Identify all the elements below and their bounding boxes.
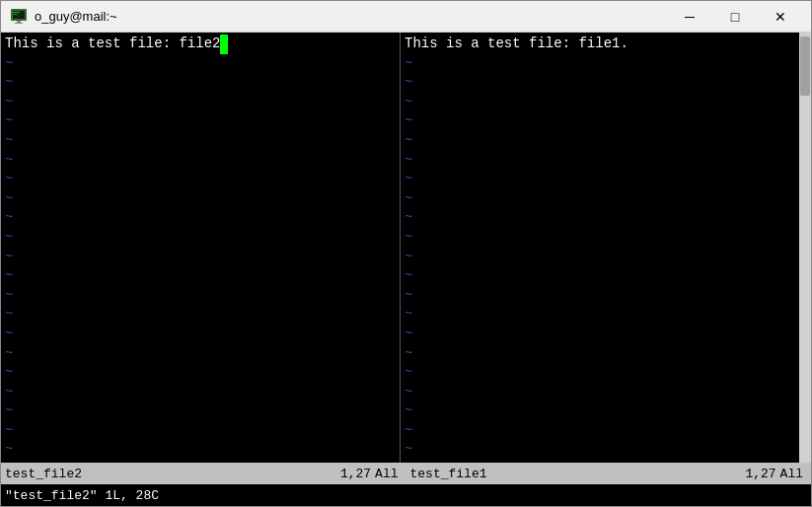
tilde-line: ~ (405, 286, 795, 306)
tilde-line: ~ (5, 151, 396, 171)
tilde-line: ~ (5, 73, 396, 93)
tilde-line: ~ (5, 363, 396, 383)
tilde-line: ~ (5, 305, 396, 325)
editor-container: This is a test file: file2 ~ ~ ~ ~ ~ ~ ~… (1, 33, 811, 463)
app-icon (9, 7, 29, 27)
tilde-line: ~ (405, 111, 795, 131)
tilde-line: ~ (405, 228, 795, 248)
tilde-line: ~ (405, 73, 795, 93)
tilde-line: ~ (405, 344, 795, 364)
tilde-line: ~ (405, 170, 795, 189)
scrollbar[interactable] (799, 33, 811, 463)
window-title: o_guy@mail:~ (35, 9, 667, 24)
left-position: 1,27 (340, 467, 371, 481)
svg-rect-5 (15, 23, 23, 24)
tilde-line: ~ (5, 460, 396, 463)
right-content: This is a test file: file1. (405, 36, 628, 51)
tilde-line: ~ (405, 401, 795, 421)
tilde-line: ~ (405, 189, 795, 209)
tilde-line: ~ (405, 266, 795, 286)
left-filename: test_file2 (5, 467, 340, 481)
right-filename: test_file1 (410, 467, 746, 481)
tilde-line: ~ (5, 228, 396, 248)
right-position: 1,27 (745, 467, 775, 481)
svg-rect-3 (13, 14, 18, 15)
title-bar: o_guy@mail:~ ─ □ ✕ (1, 1, 811, 33)
tilde-line: ~ (5, 208, 396, 228)
bottom-message: "test_file2" 1L, 28C (5, 488, 159, 503)
tilde-line: ~ (405, 54, 795, 74)
tilde-line: ~ (405, 131, 795, 151)
tilde-line: ~ (5, 248, 396, 267)
tilde-line: ~ (405, 421, 795, 441)
tilde-line: ~ (5, 170, 396, 189)
main-window: o_guy@mail:~ ─ □ ✕ This is a test file: … (0, 0, 812, 507)
tilde-line: ~ (405, 325, 795, 344)
tilde-line: ~ (405, 440, 795, 460)
tilde-line: ~ (5, 111, 396, 131)
left-pane-first-line: This is a test file: file2 (5, 35, 396, 54)
tilde-line: ~ (405, 248, 795, 267)
tilde-line: ~ (5, 189, 396, 209)
tilde-line: ~ (405, 305, 795, 325)
scrollbar-thumb[interactable] (800, 36, 810, 96)
close-button[interactable]: ✕ (758, 1, 803, 33)
bottom-message-bar: "test_file2" 1L, 28C (1, 484, 811, 506)
tilde-line: ~ (5, 421, 396, 441)
tilde-line: ~ (5, 383, 396, 402)
right-tilde-lines: ~ ~ ~ ~ ~ ~ ~ ~ ~ ~ ~ ~ ~ ~ ~ ~ ~ (405, 54, 795, 463)
tilde-line: ~ (405, 93, 795, 112)
cursor (220, 35, 228, 54)
tilde-line: ~ (405, 383, 795, 402)
tilde-line: ~ (5, 440, 396, 460)
svg-rect-2 (13, 12, 20, 13)
tilde-line: ~ (5, 266, 396, 286)
window-controls: ─ □ ✕ (667, 1, 803, 33)
svg-rect-4 (17, 21, 21, 23)
tilde-line: ~ (5, 344, 396, 364)
tilde-line: ~ (5, 325, 396, 344)
left-scroll: All (375, 467, 398, 481)
status-left: test_file2 1,27 All (1, 467, 406, 481)
tilde-line: ~ (5, 131, 396, 151)
maximize-button[interactable]: □ (712, 1, 758, 33)
status-right: test_file1 1,27 All (406, 467, 812, 481)
status-bar: test_file2 1,27 All test_file1 1,27 All (1, 463, 811, 484)
tilde-line: ~ (405, 460, 795, 463)
tilde-line: ~ (405, 363, 795, 383)
tilde-line: ~ (5, 54, 396, 74)
right-pane-first-line: This is a test file: file1. (405, 35, 795, 54)
tilde-line: ~ (5, 93, 396, 112)
right-scroll: All (780, 467, 803, 481)
right-pane[interactable]: This is a test file: file1. ~ ~ ~ ~ ~ ~ … (401, 33, 799, 463)
left-pane[interactable]: This is a test file: file2 ~ ~ ~ ~ ~ ~ ~… (1, 33, 401, 463)
minimize-button[interactable]: ─ (667, 1, 712, 33)
tilde-line: ~ (5, 401, 396, 421)
tilde-line: ~ (405, 208, 795, 228)
tilde-line: ~ (5, 286, 396, 306)
tilde-line: ~ (405, 151, 795, 171)
left-tilde-lines: ~ ~ ~ ~ ~ ~ ~ ~ ~ ~ ~ ~ ~ ~ ~ ~ ~ (5, 54, 396, 463)
terminal-area: This is a test file: file2 ~ ~ ~ ~ ~ ~ ~… (1, 33, 811, 506)
left-content: This is a test file: file2 (5, 36, 220, 51)
